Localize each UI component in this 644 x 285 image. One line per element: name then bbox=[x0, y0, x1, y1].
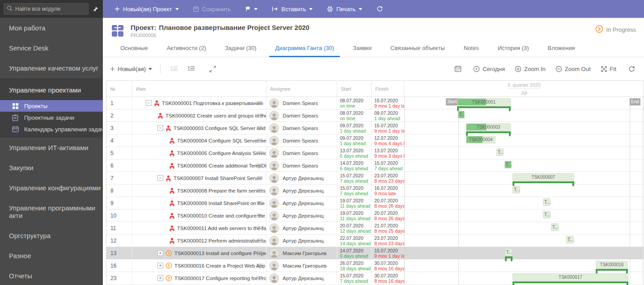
zoom-in-button[interactable]: Zoom In bbox=[515, 66, 546, 72]
task-name-link[interactable]: TSK0000003 Configure SQL Server and Anal… bbox=[174, 126, 266, 131]
sidebar-item[interactable]: Управление ИТ-активами bbox=[0, 138, 103, 158]
assignee-name[interactable]: Damien Spears bbox=[283, 138, 318, 143]
sidebar-item-active-section[interactable]: Управление проектами bbox=[0, 80, 103, 100]
tab-notes[interactable]: Notes bbox=[454, 45, 488, 57]
refresh-gantt-icon[interactable] bbox=[626, 63, 637, 74]
tab-задачи-30-[interactable]: Задачи (30) bbox=[216, 45, 266, 57]
drag-handle-icon[interactable] bbox=[257, 201, 263, 205]
gantt-bar[interactable]: TSK000017 bbox=[513, 273, 628, 281]
status-badge[interactable]: In Progress bbox=[595, 25, 636, 34]
assignee-name[interactable]: Damien Spears bbox=[283, 101, 318, 106]
task-name-link[interactable]: TSK0000001 Подготовка к развертыванию bbox=[162, 101, 266, 106]
tab-заявки[interactable]: Заявки bbox=[343, 45, 381, 57]
calendar-icon[interactable] bbox=[453, 63, 463, 74]
sidebar-item[interactable]: Управление качеством услуг bbox=[0, 58, 103, 78]
collapse-icon[interactable]: − bbox=[157, 125, 163, 131]
expand-icon[interactable] bbox=[207, 63, 218, 74]
gantt-bar[interactable]: TSK000003 bbox=[466, 123, 511, 131]
gantt-bar[interactable]: T... bbox=[543, 198, 551, 206]
task-name-link[interactable]: TSK0000010 Create and configure the farm bbox=[177, 213, 266, 218]
sidebar-item[interactable]: Service Desk bbox=[0, 38, 103, 58]
assignee-name[interactable]: Артур Дерезьянц bbox=[283, 188, 324, 193]
column-header-num[interactable]: № bbox=[106, 81, 132, 96]
assignee-name[interactable]: Damien Spears bbox=[283, 126, 318, 131]
fit-button[interactable]: Fit bbox=[601, 66, 616, 72]
gantt-bar[interactable]: T... bbox=[504, 161, 512, 168]
new-project-button[interactable]: Новый(ая) Проект bbox=[109, 0, 184, 18]
pin-icon[interactable] bbox=[91, 5, 99, 13]
assignee-name[interactable]: Damien Spears bbox=[283, 151, 318, 156]
task-name-link[interactable]: TSK0000016 Create a Project Web App site bbox=[174, 263, 266, 268]
collapse-icon[interactable]: − bbox=[146, 100, 152, 106]
assignee-name[interactable]: Артур Дерезьянц bbox=[283, 201, 324, 206]
outdent-icon[interactable] bbox=[169, 63, 179, 74]
task-name-link[interactable]: TSK0000007 Install SharePoint Server bbox=[174, 176, 266, 181]
sidebar-item-sub[interactable]: Проектные задачи bbox=[0, 112, 103, 123]
task-name-link[interactable]: TSK0000009 Install SharePoint on the far… bbox=[177, 201, 266, 206]
gantt-bar[interactable]: T... bbox=[551, 223, 559, 231]
drag-handle-icon[interactable] bbox=[257, 113, 263, 117]
drag-handle-icon[interactable] bbox=[257, 101, 263, 105]
today-button[interactable]: Сегодня bbox=[473, 66, 505, 72]
expand-icon[interactable]: + bbox=[157, 250, 163, 256]
save-button[interactable]: Сохранить bbox=[188, 0, 237, 18]
task-name-link[interactable]: TSK0000017 Configure reporting for Proje… bbox=[174, 276, 266, 281]
flag-button[interactable] bbox=[240, 0, 263, 18]
sidebar-item[interactable]: Отчеты bbox=[0, 266, 103, 285]
sidebar-item[interactable]: Моя работа bbox=[0, 18, 103, 38]
drag-handle-icon[interactable] bbox=[257, 151, 263, 155]
expand-icon[interactable]: + bbox=[157, 263, 163, 268]
assignee-name[interactable]: Damien Spears bbox=[283, 163, 318, 168]
gantt-bar[interactable]: T... bbox=[458, 111, 465, 118]
drag-handle-icon[interactable] bbox=[257, 189, 263, 193]
drag-handle-icon[interactable] bbox=[257, 176, 263, 180]
assignee-name[interactable]: Артур Дерезьянц bbox=[283, 226, 324, 231]
gantt-bar[interactable]: T... bbox=[513, 186, 520, 193]
expand-icon[interactable]: + bbox=[157, 275, 163, 281]
drag-handle-icon[interactable] bbox=[257, 264, 263, 268]
gantt-bar[interactable]: TSK000004 bbox=[466, 136, 496, 143]
module-search-box[interactable] bbox=[4, 3, 89, 15]
column-header-start[interactable]: Start bbox=[337, 81, 372, 96]
tab-активности-2-[interactable]: Активности (2) bbox=[157, 45, 216, 57]
drag-handle-icon[interactable] bbox=[257, 126, 263, 130]
task-name-link[interactable]: TSK0000002 Create users and groups in th… bbox=[165, 113, 266, 118]
assignee-name[interactable]: Максим Григорьев bbox=[283, 263, 326, 268]
task-name-link[interactable]: TSK0000006 Create additional TempDB file… bbox=[177, 163, 266, 168]
drag-handle-icon[interactable] bbox=[257, 251, 263, 255]
column-header-assignee[interactable]: Assignee bbox=[267, 81, 337, 96]
drag-handle-icon[interactable] bbox=[257, 226, 263, 230]
sidebar-item[interactable]: Закупки bbox=[0, 158, 103, 178]
drag-handle-icon[interactable] bbox=[257, 163, 263, 168]
task-name-link[interactable]: TSK0000005 Configure Analysis Services f… bbox=[177, 151, 266, 156]
tab-история-3-[interactable]: История (3) bbox=[488, 45, 538, 57]
drag-handle-icon[interactable] bbox=[257, 214, 263, 218]
assignee-name[interactable]: Артур Дерезьянц bbox=[283, 213, 324, 218]
tab-связанные-объекты[interactable]: Связанные объекты bbox=[381, 45, 454, 57]
task-name-link[interactable]: TSK0000004 Configure SQL Server network … bbox=[177, 138, 266, 143]
collapse-icon[interactable]: − bbox=[157, 175, 163, 181]
indent-icon[interactable] bbox=[186, 63, 196, 74]
column-header-name[interactable]: Имя bbox=[132, 81, 267, 96]
assignee-name[interactable]: Артур Дерезьянц bbox=[283, 238, 324, 243]
sidebar-item[interactable]: Оргструктура bbox=[0, 226, 103, 246]
drag-handle-icon[interactable] bbox=[257, 239, 263, 243]
gantt-bar[interactable]: TSK000007 bbox=[513, 173, 574, 181]
zoom-out-button[interactable]: Zoom Out bbox=[555, 66, 591, 72]
gantt-bar[interactable]: TSK000001 bbox=[457, 98, 511, 106]
print-button[interactable]: Печать bbox=[322, 0, 368, 18]
gantt-bar[interactable]: TSK000016 bbox=[596, 261, 628, 268]
task-name-link[interactable]: TSK0000011 Add web servers to the farm bbox=[177, 226, 266, 231]
assignee-name[interactable]: Damien Spears bbox=[283, 113, 318, 118]
sidebar-item[interactable]: Управление программными акти bbox=[0, 198, 103, 226]
drag-handle-icon[interactable] bbox=[257, 276, 263, 280]
assignee-name[interactable]: Артур Дерезьянц bbox=[283, 176, 324, 181]
sidebar-item-selected[interactable]: Проекты bbox=[0, 100, 103, 112]
task-name-link[interactable]: TSK0000012 Perform administrative tasks bbox=[177, 238, 266, 243]
column-header-finish[interactable]: Finish bbox=[372, 81, 404, 96]
sidebar-item[interactable]: Управление конфигурациями bbox=[0, 178, 103, 198]
gantt-bar[interactable]: T... bbox=[496, 148, 504, 156]
tab-диаграмма-ганта-30-[interactable]: Диаграмма Ганта (30) bbox=[266, 45, 343, 57]
insert-button[interactable]: Вставить bbox=[267, 0, 318, 18]
gantt-bar[interactable]: T... bbox=[566, 236, 574, 243]
